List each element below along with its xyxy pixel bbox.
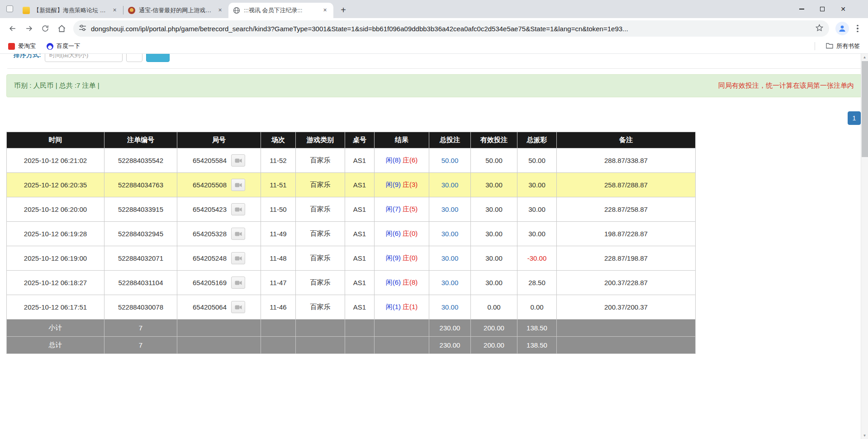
bet-time: 2025-10-12 06:19:28: [7, 222, 104, 246]
new-tab-button[interactable]: +: [337, 4, 350, 16]
vertical-scrollbar[interactable]: ▲ ▼: [861, 54, 868, 439]
tab-close-icon[interactable]: ×: [321, 7, 329, 14]
footer-empty-cell: [177, 337, 261, 354]
all-bookmarks-label: 所有书签: [836, 42, 860, 50]
tabs: 【新提醒】海燕策略论坛 - 综合... × 通宝-信誉最好的网上游戏平台 × :…: [18, 3, 350, 18]
taobao-icon: [8, 43, 15, 50]
valid-bet: 30.00: [471, 173, 517, 197]
game-type: 百家乐: [296, 246, 345, 271]
result-cell: 闲(6)庄(0): [375, 222, 429, 246]
session: 11-51: [261, 173, 296, 197]
bookmark-baidu[interactable]: 百度一下: [47, 42, 80, 50]
page-1-button[interactable]: 1: [848, 111, 861, 125]
search-button[interactable]: [146, 54, 170, 62]
total-bet[interactable]: 30.00: [429, 173, 471, 197]
total-bet[interactable]: 30.00: [429, 246, 471, 271]
result-banker: 庄(0): [403, 254, 417, 262]
result-banker: 庄(6): [403, 156, 417, 164]
column-header: 总派彩: [517, 132, 557, 148]
round-number: 654205584: [193, 157, 227, 164]
folder-icon: [826, 43, 833, 50]
close-button[interactable]: ✕: [833, 0, 854, 18]
result-player: 闲(6): [386, 229, 401, 237]
site-settings-icon[interactable]: [79, 24, 86, 33]
maximize-button[interactable]: [812, 0, 833, 18]
session: 11-50: [261, 197, 296, 222]
bet-row: 2025-10-12 06:21:02 522884035542 6542055…: [7, 148, 696, 173]
video-replay-button[interactable]: [231, 179, 245, 191]
footer-payout: 138.50: [517, 320, 557, 337]
result-player: 闲(9): [386, 181, 401, 188]
column-header: 有效投注: [471, 132, 517, 148]
bet-row: 2025-10-12 06:19:28 522884032945 6542053…: [7, 222, 696, 246]
bookmark-label: 百度一下: [57, 42, 80, 50]
profile-avatar[interactable]: [835, 22, 849, 35]
bookmark-star-icon[interactable]: [815, 24, 824, 34]
all-bookmarks-button[interactable]: 所有书签: [826, 42, 860, 50]
footer-valid-bet: 200.00: [471, 320, 517, 337]
column-header: 注单编号: [104, 132, 177, 148]
footer-empty-cell: [375, 337, 429, 354]
column-header: 局号: [177, 132, 261, 148]
home-button[interactable]: [53, 20, 70, 37]
footer-count: 7: [104, 320, 177, 337]
bet-row: 2025-10-12 06:20:35 522884034763 6542055…: [7, 173, 696, 197]
tab-title: 通宝-信誉最好的网上游戏平台: [139, 6, 213, 14]
bet-id: 522884032071: [104, 246, 177, 271]
tab-close-icon[interactable]: ×: [216, 7, 224, 14]
result-cell: 闲(8)庄(6): [375, 148, 429, 173]
total-bet[interactable]: 30.00: [429, 295, 471, 320]
video-icon: [235, 158, 242, 163]
total-bet[interactable]: 50.00: [429, 148, 471, 173]
bookmark-taobao[interactable]: 爱淘宝: [8, 42, 36, 50]
tab-close-icon[interactable]: ×: [111, 7, 119, 14]
payout: -30.00: [517, 246, 557, 271]
payout: 30.00: [517, 197, 557, 222]
tab-forum[interactable]: 【新提醒】海燕策略论坛 - 综合... ×: [18, 3, 123, 18]
column-header: 结果: [375, 132, 429, 148]
scroll-down-arrow-icon[interactable]: ▼: [861, 432, 868, 439]
note: 288.87/338.87: [557, 148, 696, 173]
forward-icon: [24, 24, 33, 33]
round-number: 654205508: [193, 181, 227, 189]
reload-button[interactable]: [37, 20, 53, 37]
footer-empty-cell: [345, 320, 375, 337]
total-bet[interactable]: 30.00: [429, 271, 471, 295]
sort-input[interactable]: [45, 54, 123, 62]
scrollbar-thumb[interactable]: [862, 61, 868, 157]
url-text[interactable]: dongshouji.com/ipl/portal.php/game/betre…: [91, 25, 811, 33]
total-bet[interactable]: 30.00: [429, 222, 471, 246]
forward-button[interactable]: [21, 20, 37, 37]
video-replay-button[interactable]: [231, 252, 245, 264]
result-player: 闲(9): [386, 254, 401, 262]
footer-empty-cell: [177, 320, 261, 337]
valid-bet: 30.00: [471, 197, 517, 222]
browser-menu-button[interactable]: [852, 20, 863, 37]
round-cell: 654205584: [177, 148, 261, 173]
video-replay-button[interactable]: [231, 203, 245, 215]
minimize-button[interactable]: [791, 0, 812, 18]
sort-select[interactable]: [126, 54, 142, 62]
video-replay-button[interactable]: [231, 277, 245, 289]
bookmark-label: 爱淘宝: [18, 42, 36, 50]
address-bar[interactable]: dongshouji.com/ipl/portal.php/game/betre…: [73, 20, 829, 37]
tab-game-platform[interactable]: 通宝-信誉最好的网上游戏平台 ×: [123, 3, 228, 18]
scroll-up-arrow-icon[interactable]: ▲: [861, 54, 868, 61]
same-round-notice-text: 同局有效投注，统一计算在该局第一张注单内: [718, 81, 854, 90]
payout: 30.00: [517, 222, 557, 246]
tab-bet-records[interactable]: :::视讯 会员下注纪录::: ×: [228, 3, 333, 18]
bookmarks-bar: 爱淘宝 百度一下 所有书签: [0, 39, 868, 54]
game-type: 百家乐: [296, 148, 345, 173]
bet-row: 2025-10-12 06:20:00 522884033915 6542054…: [7, 197, 696, 222]
footer-total-bet: 230.00: [429, 320, 471, 337]
column-header: 总投注: [429, 132, 471, 148]
table-number: AS1: [345, 295, 375, 320]
video-replay-button[interactable]: [231, 228, 245, 240]
back-button[interactable]: [5, 20, 21, 37]
video-replay-button[interactable]: [231, 301, 245, 313]
video-replay-button[interactable]: [231, 154, 245, 167]
video-icon: [235, 231, 242, 237]
total-bet[interactable]: 30.00: [429, 197, 471, 222]
subtotal-row: 小计 7 230.00 200.00 138.50: [7, 320, 696, 337]
payout: 30.00: [517, 173, 557, 197]
